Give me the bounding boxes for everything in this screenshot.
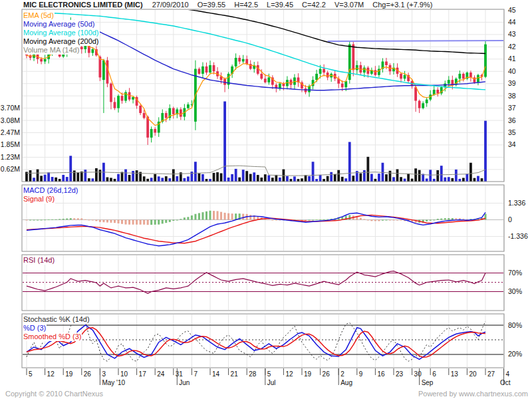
svg-text:0: 0 — [508, 215, 512, 223]
stoch-legend: Stochastic %K (14d) %D (3) Smoothed %D (… — [23, 315, 90, 341]
svg-text:13: 13 — [451, 370, 459, 378]
macd-legend: MACD (26d,12d) Signal (9) — [23, 186, 79, 203]
svg-text:16: 16 — [377, 370, 385, 378]
svg-text:34: 34 — [508, 140, 516, 148]
svg-text:9: 9 — [359, 370, 363, 378]
svg-text:45: 45 — [508, 6, 516, 14]
svg-text:Sep: Sep — [422, 379, 434, 386]
svg-text:4: 4 — [506, 370, 510, 378]
svg-text:3: 3 — [102, 370, 106, 378]
svg-text:17: 17 — [139, 370, 147, 378]
svg-text:Jun: Jun — [179, 379, 190, 386]
stoch-smoothed-d-line — [27, 328, 485, 357]
svg-text:2.47M: 2.47M — [1, 128, 20, 136]
legend-ma50: Moving Average (50d) — [23, 20, 95, 29]
svg-text:6: 6 — [432, 370, 436, 378]
legend-signal: Signal (9) — [23, 195, 55, 203]
svg-text:-1.336: -1.336 — [508, 232, 528, 240]
macd-line — [27, 212, 485, 246]
macd-axis-labels: 1.3360-1.336 — [508, 199, 528, 240]
date-axis: 5121926310172431714212851219262916233061… — [27, 368, 511, 386]
svg-text:26: 26 — [84, 370, 92, 378]
svg-text:27: 27 — [487, 370, 495, 378]
svg-text:7: 7 — [194, 370, 198, 378]
svg-text:5: 5 — [267, 370, 271, 378]
svg-text:30: 30 — [414, 370, 422, 378]
svg-text:26: 26 — [323, 370, 331, 378]
svg-text:2: 2 — [340, 370, 344, 378]
svg-text:12: 12 — [285, 370, 293, 378]
svg-text:Oct: Oct — [500, 379, 511, 386]
svg-text:Jul: Jul — [267, 379, 276, 386]
svg-text:14: 14 — [212, 370, 220, 378]
svg-text:1.23M: 1.23M — [1, 153, 20, 161]
legend-stoch-d: %D (3) — [23, 324, 47, 332]
powered-by-link[interactable]: Powered by www.chartnexus.com — [418, 390, 528, 398]
svg-text:23: 23 — [396, 370, 404, 378]
svg-text:30%: 30% — [508, 287, 522, 295]
svg-text:Aug: Aug — [340, 379, 352, 386]
legend-macd: MACD (26d,12d) — [23, 186, 79, 195]
svg-text:35: 35 — [508, 128, 516, 136]
macd-panel — [23, 211, 503, 246]
rsi-axis-labels: 70%30% — [508, 269, 522, 295]
svg-text:5: 5 — [29, 370, 33, 378]
svg-text:12: 12 — [47, 370, 55, 378]
copyright-text: Copyright © 2010 ChartNexus — [5, 390, 103, 398]
svg-text:41: 41 — [508, 55, 516, 63]
svg-text:21: 21 — [231, 370, 239, 378]
svg-text:May '10: May '10 — [102, 379, 125, 386]
volume-axis-labels: 3.70M3.08M2.47M1.85M1.23M0.62M — [1, 104, 20, 173]
svg-text:19: 19 — [65, 370, 73, 378]
stoch-axis-labels: 80%20% — [508, 321, 522, 358]
macd-signal-line — [27, 215, 485, 243]
resistance-trendline — [328, 41, 503, 41]
svg-text:36: 36 — [508, 116, 516, 124]
svg-text:10: 10 — [120, 370, 128, 378]
svg-text:39: 39 — [508, 79, 516, 87]
rsi-panel — [23, 271, 503, 294]
legend-volma: Volume MA (14d) — [23, 46, 80, 55]
legend-ema5: EMA (5d) — [23, 11, 55, 20]
svg-text:40: 40 — [508, 67, 516, 75]
svg-text:24: 24 — [157, 370, 165, 378]
svg-text:42: 42 — [508, 43, 516, 51]
svg-text:70%: 70% — [508, 269, 522, 277]
chartnexus-window: MIC ELECTRONICS LIMITED (MIC)27/09/2010O… — [0, 0, 532, 399]
svg-text:3.70M: 3.70M — [1, 104, 20, 112]
legend-ma100: Moving Average (100d) — [23, 29, 100, 37]
legend-ma200: Moving Average (200d) — [23, 37, 100, 46]
panel-borders — [22, 9, 504, 368]
svg-text:38: 38 — [508, 92, 516, 100]
svg-text:37: 37 — [508, 104, 516, 112]
svg-text:20%: 20% — [508, 350, 522, 358]
svg-text:0.62M: 0.62M — [1, 165, 20, 173]
svg-text:44: 44 — [508, 18, 516, 26]
svg-text:1.85M: 1.85M — [1, 140, 20, 148]
gridlines — [23, 10, 504, 367]
legend-rsi: RSI (14d) — [23, 256, 55, 265]
legend-stoch-sd: Smoothed %D (3) — [23, 332, 82, 341]
svg-text:20: 20 — [469, 370, 477, 378]
price-axis-labels: 454443424140393837363534 — [508, 6, 516, 149]
svg-text:19: 19 — [304, 370, 312, 378]
svg-text:80%: 80% — [508, 321, 522, 329]
stochastic-panel — [23, 318, 503, 361]
svg-text:28: 28 — [249, 370, 257, 378]
svg-text:1.336: 1.336 — [508, 199, 525, 207]
svg-text:31: 31 — [176, 370, 184, 378]
svg-text:43: 43 — [508, 30, 516, 38]
main-legend: EMA (5d) Moving Average (50d) Moving Ave… — [23, 11, 100, 55]
svg-text:3.08M: 3.08M — [1, 116, 20, 124]
macd-histogram — [26, 211, 487, 225]
legend-stoch-k: Stochastic %K (14d) — [23, 315, 90, 324]
rsi-legend: RSI (14d) — [23, 256, 55, 265]
